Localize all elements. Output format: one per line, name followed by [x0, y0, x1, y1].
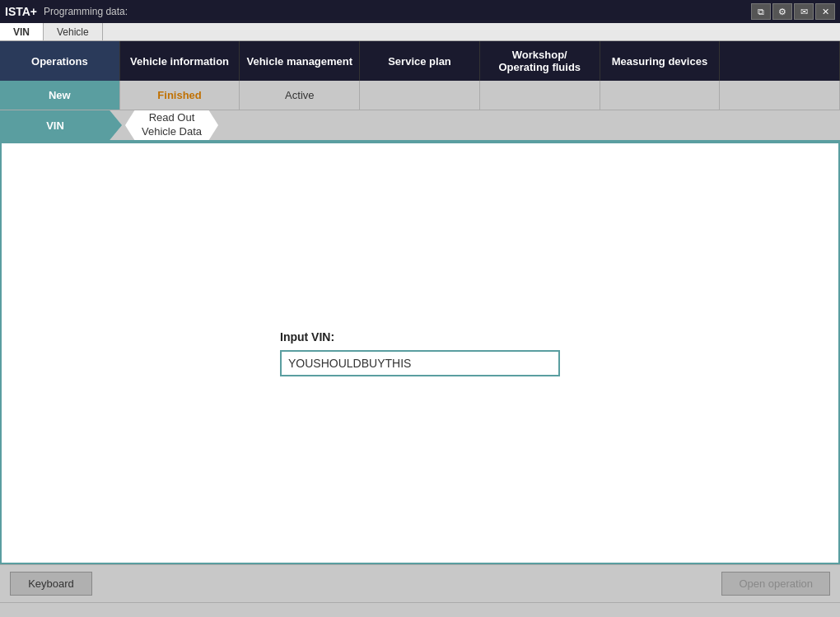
sub-tab-new[interactable]: New	[0, 81, 120, 110]
sub-tab-empty2	[480, 81, 600, 110]
sub-tab-empty3	[600, 81, 721, 110]
keyboard-button[interactable]: Keyboard	[10, 572, 92, 596]
vin-vehicle-bar: VIN Vehicle	[0, 23, 840, 41]
title-bar-left: ISTA+ Programming data:	[5, 5, 128, 18]
mail-button[interactable]: ✉	[794, 3, 814, 20]
vin-input[interactable]	[280, 350, 560, 376]
nav-tab-workshop-fluids[interactable]: Workshop/ Operating fluids	[480, 41, 600, 81]
nav-tab-service-plan[interactable]: Service plan	[360, 41, 480, 81]
second-sub-nav: VIN Read Out Vehicle Data	[0, 110, 840, 142]
nav-tab-measuring-devices[interactable]: Measuring devices	[600, 41, 721, 81]
copy-button[interactable]: ⧉	[751, 3, 771, 20]
bottom-bar: Keyboard Open operation	[0, 564, 840, 602]
sub-tab-empty1	[360, 81, 480, 110]
main-nav: Operations Vehicle information Vehicle m…	[0, 41, 840, 81]
vin-tab[interactable]: VIN	[0, 23, 44, 40]
sub-tab-active[interactable]: Active	[240, 81, 360, 110]
programming-data-label: Programming data:	[44, 6, 128, 17]
read-out-vehicle-data-tab[interactable]: Read Out Vehicle Data	[125, 110, 218, 140]
gear-button[interactable]: ⚙	[772, 3, 792, 20]
nav-tab-vehicle-information[interactable]: Vehicle information	[120, 41, 240, 81]
sub-tab-finished[interactable]: Finished	[120, 81, 240, 110]
nav-tab-vehicle-management[interactable]: Vehicle management	[240, 41, 360, 81]
title-bar-buttons: ⧉ ⚙ ✉ ✕	[751, 3, 835, 20]
app-title: ISTA+	[5, 5, 37, 18]
sub-tab-empty4	[720, 81, 840, 110]
input-vin-label: Input VIN:	[280, 330, 334, 344]
vin-sidebar-tab[interactable]: VIN	[0, 110, 122, 140]
nav-tab-extra	[720, 41, 840, 81]
close-button[interactable]: ✕	[815, 3, 835, 20]
vin-form: Input VIN:	[280, 330, 560, 376]
content-area: Input VIN:	[0, 142, 840, 564]
sub-nav: New Finished Active	[0, 81, 840, 110]
vehicle-tab[interactable]: Vehicle	[44, 23, 103, 40]
nav-tab-operations[interactable]: Operations	[0, 41, 120, 81]
status-bar	[0, 602, 840, 617]
open-operation-button[interactable]: Open operation	[721, 572, 830, 596]
title-bar: ISTA+ Programming data: ⧉ ⚙ ✉ ✕	[0, 0, 840, 23]
